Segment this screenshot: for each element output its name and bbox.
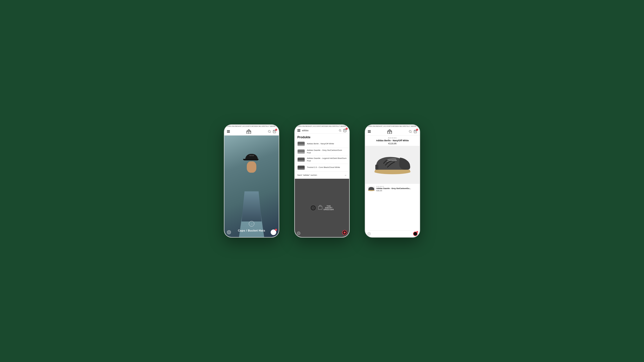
nav-bar-3: 1: [365, 128, 420, 135]
list-item[interactable]: Treziod 2.0 - Core Black/Cloud White: [295, 164, 349, 172]
person-figure: AIRFAIR: [245, 154, 259, 173]
cart-badge-3[interactable]: 1: [414, 130, 417, 133]
product-thumb-4: [297, 165, 305, 170]
product-name-3: Adidas Gazelle - Legend Ink/Dark Blue/Gu…: [307, 157, 347, 162]
search-icon-3[interactable]: [409, 130, 412, 133]
search-content: Produkte Adidas Berlin - Navy/Off White …: [295, 133, 349, 237]
bottom-bar-3: 1: [365, 230, 420, 237]
search-all-row[interactable]: Nach "adidas" suchen →: [295, 172, 349, 179]
svg-rect-15: [375, 170, 410, 173]
phones-container: NEUEN ONLINESHOP | ACCOUNTS MÜSSEN NEU E…: [224, 124, 420, 238]
hero-content: AIRFAIR → Caps / Bucket Hats 1: [224, 135, 279, 237]
product-brand-label: ADIDAS: [368, 137, 417, 139]
list-item-2[interactable]: ADIDAS Adidas Gazelle - Grey Six/Carbon/…: [365, 185, 420, 193]
svg-line-3: [270, 132, 271, 133]
hamburger-menu[interactable]: [227, 130, 230, 133]
search-icon-2[interactable]: [339, 129, 342, 132]
product-price: €119,95: [368, 142, 417, 145]
brand-text-logo: THE SMART DRESSER: [318, 205, 334, 210]
product-thumb-sm-2: [368, 187, 375, 191]
ticker-bar: NEUEN ONLINESHOP | ACCOUNTS MÜSSEN NEU E…: [224, 125, 279, 128]
product-thumb-2: [297, 149, 305, 154]
brand-area: THE SMART DRESSER: [310, 205, 334, 211]
list-item[interactable]: Adidas Berlin - Navy/Off White: [295, 140, 349, 148]
svg-point-11: [409, 130, 411, 132]
list-item[interactable]: Adidas Gazelle - Grey Six/Carbon/Gum Fou…: [295, 148, 349, 156]
dot-left: [367, 232, 371, 236]
dot-indicator: [227, 230, 231, 234]
circle-arrow-btn[interactable]: →: [249, 221, 254, 227]
hamburger-menu-2[interactable]: [297, 129, 300, 132]
product-name-4: Treziod 2.0 - Core Black/Cloud White: [307, 166, 340, 169]
svg-line-6: [341, 131, 341, 131]
search-bar[interactable]: adidas 1: [295, 128, 349, 133]
shoe-image-area: [365, 146, 420, 184]
hero-image: AIRFAIR → Caps / Bucket Hats 1: [224, 135, 279, 237]
progress-circle: 1: [271, 230, 276, 235]
hamburger-menu-3[interactable]: [368, 130, 371, 133]
product-name-sm-2: Adidas Gazelle - Grey Six/Carbon/Gu...: [376, 187, 417, 190]
search-icon[interactable]: [268, 130, 271, 133]
search-all-text: Nach "adidas" suchen: [297, 174, 317, 176]
product-title: Adidas Berlin - Navy/Off White: [368, 139, 417, 142]
product-content: ADIDAS Adidas Berlin - Navy/Off White €1…: [365, 135, 420, 230]
cart-count-2: 1: [346, 128, 348, 130]
search-input[interactable]: adidas: [302, 129, 337, 132]
bottom-left-dot: [297, 232, 300, 235]
svg-line-12: [411, 132, 412, 133]
cart-badge-2[interactable]: 1: [343, 129, 347, 132]
product-list-bottom: ADIDAS Adidas Gazelle - Grey Six/Carbon/…: [365, 184, 420, 194]
product-price-sm-2: €99,95: [376, 190, 417, 192]
product-name-2: Adidas Gazelle - Grey Six/Carbon/Gum Fou…: [307, 149, 347, 154]
logo-icon-3: [387, 129, 392, 134]
phone-2: NEUEN ONLINESHOP | ACCOUNTS MÜSSEN NEU E…: [294, 124, 350, 238]
circle-btn-sm[interactable]: 1: [413, 232, 418, 236]
brand-name: THE SMART DRESSER: [324, 205, 334, 210]
ticker-bar-2: NEUEN ONLINESHOP | ACCOUNTS MÜSSEN NEU E…: [295, 125, 349, 128]
nav-bar-1: 1: [224, 128, 279, 135]
arrow-right-icon: →: [344, 174, 347, 176]
cart-count-badge: 1: [275, 129, 277, 131]
brand-circle-icon: [310, 205, 316, 211]
bottom-bar-1: 1: [227, 230, 276, 235]
record-icon: [342, 230, 347, 235]
dark-brand-section: THE SMART DRESSER: [295, 179, 349, 237]
product-thumb-1: [297, 141, 305, 146]
product-detail-1: ADIDAS Adidas Berlin - Navy/Off White €1…: [365, 135, 420, 146]
svg-rect-16: [375, 165, 378, 170]
product-thumb-3: [297, 157, 305, 162]
nav-icons-1: 1: [268, 130, 276, 133]
ticker-bar-3: NEUEN ONLINESHOP | ACCOUNTS MÜSSEN NEU E…: [365, 125, 420, 128]
svg-point-5: [339, 129, 341, 131]
nav-icons-3: 1: [409, 130, 417, 133]
product-name-1: Adidas Berlin - Navy/Off White: [307, 143, 334, 145]
cart-count-3: 1: [416, 129, 418, 131]
product-info-sm-2: ADIDAS Adidas Gazelle - Grey Six/Carbon/…: [376, 186, 417, 192]
svg-point-2: [268, 130, 270, 132]
logo-icon: [246, 129, 251, 134]
list-item[interactable]: Adidas Gazelle - Legend Ink/Dark Blue/Gu…: [295, 156, 349, 164]
shoe-svg: [372, 155, 413, 175]
phone-3: NEUEN ONLINESHOP | ACCOUNTS MÜSSEN NEU E…: [365, 124, 420, 238]
phone-1: NEUEN ONLINESHOP | ACCOUNTS MÜSSEN NEU E…: [224, 124, 279, 238]
cart-badge[interactable]: 1: [273, 130, 276, 133]
section-title: Produkte: [295, 133, 349, 140]
